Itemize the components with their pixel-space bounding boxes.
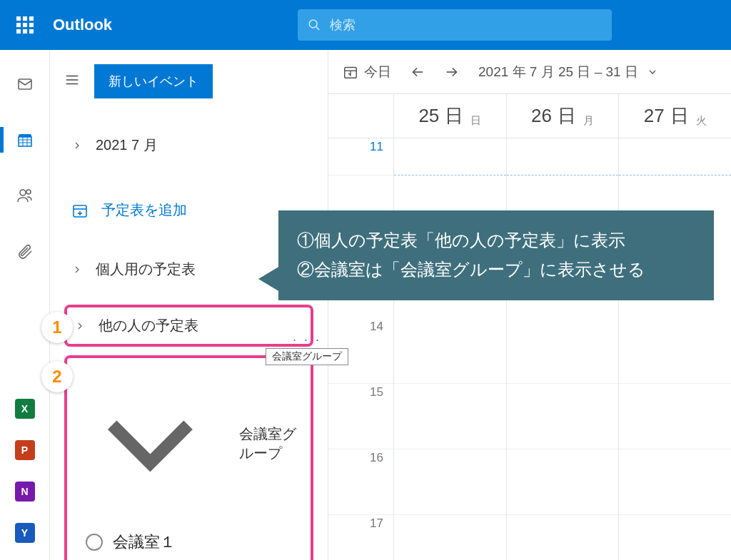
search-input[interactable] (330, 18, 602, 33)
chevron-right-icon (74, 320, 86, 332)
day-char: 日 (445, 103, 463, 128)
overflow-dots-icon[interactable]: · · · (293, 332, 321, 347)
day-number: 25 (418, 105, 439, 127)
meeting-room-group-label: 会議室グループ (239, 424, 305, 463)
day-column[interactable] (619, 138, 731, 560)
annotation-callout: ①個人の予定表「他の人の予定表」に表示 ②会議室は「会議室グループ」に表示させる (278, 210, 714, 300)
app-yammer-icon[interactable]: Y (15, 523, 35, 543)
date-range-picker[interactable]: 2021 年 7 月 25 日 – 31 日 (478, 63, 658, 81)
tooltip: 会議室グループ (266, 348, 348, 365)
arrow-left-icon (410, 64, 425, 80)
calendar-today-icon (343, 64, 358, 80)
day-header[interactable]: 27 日 火 (619, 94, 731, 138)
day-char: 日 (558, 103, 576, 128)
calendar-content: 今日 2021 年 7 月 25 日 – 31 日 25 日 日 26 日 (328, 50, 731, 560)
rail-mail[interactable] (0, 70, 50, 98)
month-label: 2021 7 月 (96, 136, 158, 155)
sidebar: 新しいイベント 2021 7 月 予定表を追加 個人用の予定表 1 他の人の予定… (50, 50, 328, 560)
add-calendar-button[interactable]: 予定表を追加 (64, 190, 313, 230)
day-header[interactable]: 26 日 月 (507, 94, 620, 138)
chevron-right-icon (71, 140, 83, 151)
nav-rail: X P N Y (0, 50, 50, 560)
hour-label: 11 (328, 138, 393, 175)
svg-rect-2 (19, 79, 31, 89)
others-calendars[interactable]: 他の人の予定表 (73, 310, 305, 341)
svg-point-10 (26, 190, 31, 194)
app-onenote-icon[interactable]: N (15, 482, 35, 502)
chevron-right-icon (71, 264, 83, 275)
search-box[interactable] (298, 9, 612, 41)
highlight-box-2: 2 会議室グループ 会議室１ 会議室２ 会議室３ 会議室４ (64, 355, 313, 560)
today-label: 今日 (364, 63, 391, 81)
annotation-badge-1: 1 (41, 312, 73, 343)
checkbox-circle-icon[interactable] (86, 534, 103, 551)
svg-point-0 (309, 20, 317, 28)
new-event-button[interactable]: 新しいイベント (94, 64, 213, 98)
svg-line-1 (316, 26, 320, 30)
app-launcher-icon[interactable] (0, 16, 50, 34)
prev-button[interactable] (410, 64, 425, 80)
day-number: 26 (531, 105, 552, 127)
search-icon (308, 18, 321, 32)
callout-line: ①個人の予定表「他の人の予定表」に表示 (297, 226, 695, 255)
svg-point-9 (20, 190, 26, 195)
calendar-toolbar: 今日 2021 年 7 月 25 日 – 31 日 (328, 50, 731, 94)
weekday: 日 (470, 114, 481, 138)
day-column[interactable] (394, 138, 507, 560)
app-title: Outlook (53, 16, 112, 34)
hamburger-icon[interactable] (64, 72, 80, 91)
chevron-down-icon (74, 368, 226, 520)
callout-line: ②会議室は「会議室グループ」に表示させる (297, 255, 695, 285)
svg-rect-4 (19, 137, 31, 146)
add-calendar-label: 予定表を追加 (101, 200, 187, 220)
day-header-row: 25 日 日 26 日 月 27 日 火 (328, 94, 731, 138)
app-excel-icon[interactable]: X (15, 399, 35, 419)
highlight-box-1: 1 他の人の予定表 (64, 305, 313, 347)
room-label: 会議室１ (113, 531, 176, 553)
meeting-room-group[interactable]: 会議室グループ (73, 364, 305, 524)
today-button[interactable]: 今日 (343, 63, 391, 81)
rail-files[interactable] (0, 237, 50, 265)
hour-label: 17 (328, 515, 393, 560)
arrow-right-icon (444, 64, 460, 80)
chevron-down-icon (647, 66, 658, 78)
day-char: 日 (670, 103, 689, 128)
weekday: 火 (696, 114, 707, 138)
hour-label: 15 (328, 384, 393, 449)
weekday: 月 (583, 114, 594, 138)
rail-calendar[interactable] (0, 126, 50, 154)
day-header[interactable]: 25 日 日 (394, 94, 507, 138)
hour-label: 16 (328, 449, 393, 515)
room-item[interactable]: 会議室１ (73, 524, 305, 560)
date-range-label: 2021 年 7 月 25 日 – 31 日 (478, 63, 638, 81)
next-button[interactable] (444, 64, 460, 80)
personal-calendars-label: 個人用の予定表 (96, 260, 196, 279)
day-number: 27 (644, 105, 665, 127)
day-column[interactable] (507, 138, 620, 560)
rail-people[interactable] (0, 181, 50, 210)
add-calendar-icon (71, 202, 89, 219)
annotation-badge-2: 2 (41, 361, 73, 392)
app-powerpoint-icon[interactable]: P (15, 440, 35, 460)
others-calendars-label: 他の人の予定表 (99, 316, 198, 335)
month-picker[interactable]: 2021 7 月 (64, 126, 313, 165)
